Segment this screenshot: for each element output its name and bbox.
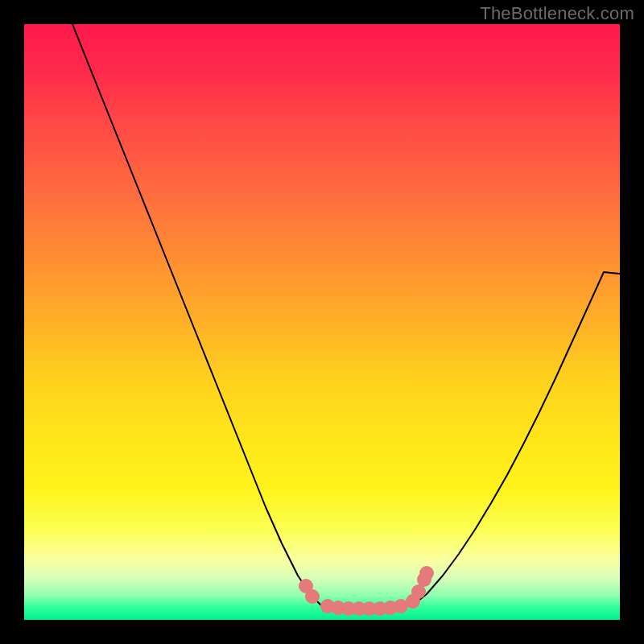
curve-layer: [72, 24, 620, 609]
plot-area: [24, 24, 620, 620]
curve-right-curve: [411, 272, 620, 605]
curve-left-curve: [72, 24, 322, 606]
data-point: [305, 589, 320, 604]
chart-svg: [24, 24, 620, 620]
marker-layer: [299, 566, 434, 616]
watermark-text: TheBottleneck.com: [480, 3, 634, 24]
chart-frame: TheBottleneck.com: [0, 0, 644, 644]
data-point: [419, 566, 434, 580]
